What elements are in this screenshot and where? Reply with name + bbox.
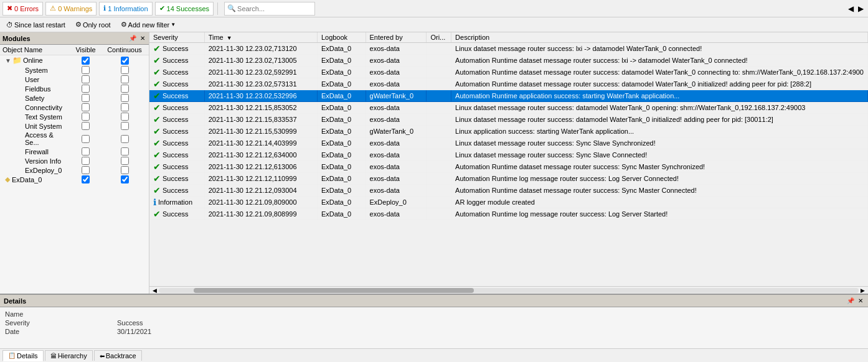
- cell-time: 2021-11-30 12.21.15,833537: [204, 114, 317, 126]
- table-row[interactable]: ✔ Success 2021-11-30 12.23.02,713005 ExD…: [149, 55, 868, 67]
- continuous-checkbox-fieldbus[interactable]: [121, 85, 129, 93]
- cell-ori: [427, 137, 451, 149]
- visible-check-unit-system: [68, 122, 103, 130]
- severity-text: Success: [163, 92, 189, 100]
- details-tab-backtrace[interactable]: ⬅ Backtrace: [94, 350, 142, 361]
- tree-item-connectivity[interactable]: Connectivity: [0, 103, 149, 112]
- cell-severity: ℹ Information: [149, 197, 204, 208]
- continuous-checkbox-firewall[interactable]: [121, 147, 129, 155]
- cell-ori: [427, 43, 451, 55]
- severity-text: Success: [163, 45, 189, 52]
- tree-item-access-se[interactable]: Access & Se...: [0, 131, 149, 147]
- tree-item-text-system[interactable]: Text System: [0, 112, 149, 121]
- col-ori[interactable]: Ori...: [427, 32, 451, 43]
- continuous-checkbox-safety[interactable]: [121, 94, 129, 102]
- tree-item-user[interactable]: User: [0, 75, 149, 84]
- continuous-checkbox-exdeploy-0[interactable]: [121, 166, 129, 174]
- info-button[interactable]: ℹ 1 Information: [99, 2, 152, 16]
- col-time[interactable]: Time ▼: [204, 32, 317, 43]
- details-close-button[interactable]: ✕: [857, 297, 864, 304]
- table-row[interactable]: ✔ Success 2021-11-30 12.21.12,634000 ExD…: [149, 149, 868, 161]
- col-entered-by[interactable]: Entered by: [366, 32, 427, 43]
- tree-item-system[interactable]: System: [0, 65, 149, 75]
- visible-checkbox-unit-system[interactable]: [82, 122, 90, 130]
- expand-icon[interactable]: ▼: [5, 57, 11, 64]
- warnings-button[interactable]: ⚠ 0 Warnings: [45, 2, 97, 16]
- tree-item-exdata-0[interactable]: ◆ExData_0: [0, 175, 149, 184]
- table-row[interactable]: ℹ Information 2021-11-30 12.21.09,809000…: [149, 197, 868, 208]
- search-input[interactable]: [237, 5, 312, 12]
- table-row[interactable]: ✔ Success 2021-11-30 12.21.09,808999 ExD…: [149, 208, 868, 220]
- table-row[interactable]: ✔ Success 2021-11-30 12.23.02,713120 ExD…: [149, 43, 868, 55]
- add-new-filter-button[interactable]: ⚙ Add new filter ▼: [117, 19, 180, 30]
- search-box[interactable]: 🔍: [224, 2, 315, 16]
- scroll-right-button[interactable]: ▶: [859, 287, 867, 294]
- table-row[interactable]: ✔ Success 2021-11-30 12.23.02,592991 ExD…: [149, 67, 868, 78]
- visible-checkbox-exdata-0[interactable]: [82, 175, 90, 183]
- details-tab-hierarchy[interactable]: 🏛 Hierarchy: [45, 350, 93, 361]
- continuous-checkbox-unit-system[interactable]: [121, 122, 129, 130]
- log-table-container[interactable]: Severity Time ▼ Logbook Entered by Ori..…: [149, 32, 868, 286]
- tree-item-unit-system[interactable]: Unit System: [0, 121, 149, 131]
- visible-checkbox-system[interactable]: [82, 66, 90, 74]
- visible-checkbox-access-se[interactable]: [82, 135, 90, 143]
- table-row[interactable]: ✔ Success 2021-11-30 12.21.12,093004 ExD…: [149, 185, 868, 197]
- col-severity[interactable]: Severity: [149, 32, 204, 43]
- log-table: Severity Time ▼ Logbook Entered by Ori..…: [149, 32, 868, 220]
- h-scrollbar[interactable]: [159, 288, 859, 293]
- continuous-checkbox-exdata-0[interactable]: [121, 175, 129, 183]
- tree-item-firewall[interactable]: Firewall: [0, 147, 149, 156]
- table-row[interactable]: ✔ Success 2021-11-30 12.21.12,110999 ExD…: [149, 173, 868, 185]
- visible-checkbox-firewall[interactable]: [82, 147, 90, 155]
- visible-checkbox-text-system[interactable]: [82, 113, 90, 121]
- continuous-checkbox-online[interactable]: [121, 57, 129, 65]
- visible-checkbox-exdeploy-0[interactable]: [82, 166, 90, 174]
- errors-button[interactable]: ✖ 0 Errors: [2, 2, 43, 16]
- visible-checkbox-version-info[interactable]: [82, 157, 90, 165]
- col-logbook[interactable]: Logbook: [317, 32, 366, 43]
- modules-pin-button[interactable]: 📌: [128, 35, 138, 42]
- visible-checkbox-online[interactable]: [82, 57, 90, 65]
- nav-next-arrow[interactable]: ▶: [856, 4, 866, 14]
- table-row[interactable]: ✔ Success 2021-11-30 12.21.14,403999 ExD…: [149, 137, 868, 149]
- tree-item-fieldbus[interactable]: Fieldbus: [0, 84, 149, 93]
- tree-item-version-info[interactable]: Version Info: [0, 156, 149, 165]
- details-pin-button[interactable]: 📌: [846, 297, 856, 304]
- success-row-icon: ✔: [153, 162, 161, 172]
- table-row[interactable]: ✔ Success 2021-11-30 12.23.02,532996 ExD…: [149, 90, 868, 102]
- nav-prev-arrow[interactable]: ◀: [846, 4, 856, 14]
- scroll-left-button[interactable]: ◀: [151, 287, 159, 294]
- modules-close-button[interactable]: ✕: [139, 35, 146, 42]
- tree-item-safety[interactable]: Safety: [0, 93, 149, 103]
- success-row-icon: ✔: [153, 150, 161, 160]
- table-row[interactable]: ✔ Success 2021-11-30 12.21.15,853052 ExD…: [149, 102, 868, 114]
- cell-description: Linux dataset message router success: da…: [451, 102, 868, 114]
- continuous-checkbox-version-info[interactable]: [121, 157, 129, 165]
- visible-check-version-info: [68, 157, 103, 165]
- backtrace-tab-icon: ⬅: [100, 353, 105, 360]
- table-row[interactable]: ✔ Success 2021-11-30 12.21.15,530999 ExD…: [149, 126, 868, 137]
- visible-checkbox-fieldbus[interactable]: [82, 85, 90, 93]
- continuous-checkbox-access-se[interactable]: [121, 135, 129, 143]
- tree-item-label-connectivity: Connectivity: [25, 104, 68, 111]
- continuous-checkbox-user[interactable]: [121, 75, 129, 83]
- col-description[interactable]: Description: [451, 32, 868, 43]
- since-last-restart-button[interactable]: ⏱ Since last restart: [2, 20, 69, 30]
- continuous-checkbox-text-system[interactable]: [121, 113, 129, 121]
- visible-checkbox-connectivity[interactable]: [82, 103, 90, 111]
- details-tab-details[interactable]: 📋 Details: [2, 350, 44, 361]
- tree-item-exdeploy-0[interactable]: ExDeploy_0: [0, 165, 149, 175]
- tree-item-online[interactable]: ▼📁Online: [0, 55, 149, 65]
- details-panel: Details 📌 ✕ NameSeveritySuccessDate30/11…: [0, 294, 868, 362]
- only-root-button[interactable]: ⚙ Only root: [72, 19, 115, 30]
- visible-checkbox-user[interactable]: [82, 75, 90, 83]
- continuous-column-header: Continuous: [103, 46, 146, 53]
- cell-severity: ✔ Success: [149, 114, 204, 126]
- table-row[interactable]: ✔ Success 2021-11-30 12.21.12,613006 ExD…: [149, 161, 868, 173]
- table-row[interactable]: ✔ Success 2021-11-30 12.23.02,573131 ExD…: [149, 78, 868, 90]
- success-button[interactable]: ✔ 14 Successes: [155, 2, 214, 16]
- continuous-checkbox-system[interactable]: [121, 66, 129, 74]
- continuous-checkbox-connectivity[interactable]: [121, 103, 129, 111]
- table-row[interactable]: ✔ Success 2021-11-30 12.21.15,833537 ExD…: [149, 114, 868, 126]
- visible-checkbox-safety[interactable]: [82, 94, 90, 102]
